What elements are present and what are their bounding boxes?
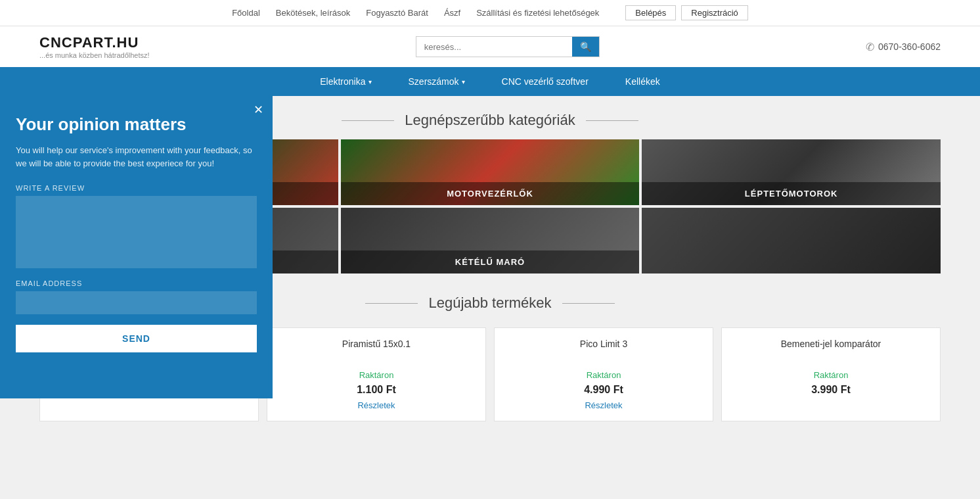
category-item-empty: [642, 208, 941, 273]
search-input[interactable]: [416, 37, 572, 57]
category-image: [642, 208, 941, 273]
category-item[interactable]: MOTORVEZÉRLŐK: [341, 139, 640, 205]
nav-aszf[interactable]: Ászf: [444, 8, 460, 18]
nav-bekotesek[interactable]: Bekötések, leírások: [276, 8, 350, 18]
chevron-down-icon: ▾: [462, 78, 465, 85]
register-button[interactable]: Regisztráció: [681, 5, 748, 20]
logo[interactable]: CNCPART.HU ...és munka közben hátradőlhe…: [39, 34, 150, 59]
top-navigation: Főoldal Bekötések, leírások Fogyasztó Ba…: [0, 0, 980, 26]
search-box: 🔍: [416, 36, 600, 57]
product-name: Bemeneti-jel komparátor: [732, 339, 929, 365]
phone-area: ✆ 0670-360-6062: [866, 41, 941, 53]
search-area: 🔍: [163, 36, 853, 57]
category-label: MOTORVEZÉRLŐK: [341, 182, 640, 205]
nav-szerszamok[interactable]: Szerszámok ▾: [390, 67, 483, 96]
product-card[interactable]: Piramistű 15x0.1 Raktáron 1.100 Ft Részl…: [267, 327, 486, 421]
category-label: LÉPTETŐMOTOROK: [642, 182, 941, 205]
main-navigation: Elektronika ▾ Szerszámok ▾ CNC vezérlő s…: [0, 67, 980, 96]
site-header: CNCPART.HU ...és munka közben hátradőlhe…: [0, 26, 980, 67]
nav-cnc[interactable]: CNC vezérlő szoftver: [483, 67, 607, 96]
login-button[interactable]: Belépés: [625, 5, 676, 20]
product-name: Pico Limit 3: [505, 339, 702, 365]
phone-number: 0670-360-6062: [878, 41, 941, 52]
nav-fooldal[interactable]: Főoldal: [232, 8, 260, 18]
email-input[interactable]: [16, 291, 257, 314]
logo-title: CNCPART.HU: [39, 34, 150, 51]
phone-icon: ✆: [866, 41, 874, 53]
product-price: 1.100 Ft: [278, 384, 475, 396]
product-card[interactable]: Bemeneti-jel komparátor Raktáron 3.990 F…: [721, 327, 941, 421]
product-price: 3.990 Ft: [732, 384, 929, 396]
review-label: WRITE A REVIEW: [16, 184, 257, 192]
category-label: KÉTÉLŰ MARÓ: [341, 250, 640, 273]
product-stock: Raktáron: [505, 370, 702, 380]
product-price: 4.990 Ft: [505, 384, 702, 396]
review-overlay-panel: ✕ Your opinion matters You will help our…: [0, 96, 273, 398]
product-name: Piramistű 15x0.1: [278, 339, 475, 365]
nav-kellekek[interactable]: Kellékek: [607, 67, 679, 96]
category-item[interactable]: LÉPTETŐMOTOROK: [642, 139, 941, 205]
nav-elektronika[interactable]: Elektronika ▾: [301, 67, 390, 96]
send-button[interactable]: SEND: [16, 325, 257, 352]
nav-szallitasi[interactable]: Szállítási és fizetési lehetőségek: [476, 8, 599, 18]
product-details-link[interactable]: Részletek: [357, 400, 395, 410]
overlay-title: Your opinion matters: [16, 114, 257, 135]
content-area: Legnépszerűbb kategóriák KÉSZÜLÉKEK MOTO…: [0, 96, 980, 490]
email-label: EMAIL ADDRESS: [16, 279, 257, 287]
nav-fogyaszto[interactable]: Fogyasztó Barát: [366, 8, 428, 18]
product-card[interactable]: Pico Limit 3 Raktáron 4.990 Ft Részletek: [494, 327, 713, 421]
category-item[interactable]: KÉTÉLŰ MARÓ: [341, 208, 640, 273]
logo-subtitle: ...és munka közben hátradőlhetsz!: [39, 51, 150, 59]
product-details-link[interactable]: Részletek: [585, 400, 622, 410]
search-button[interactable]: 🔍: [572, 37, 599, 57]
overlay-description: You will help our service's improvement …: [16, 144, 257, 170]
product-stock: Raktáron: [732, 370, 929, 380]
review-textarea[interactable]: [16, 196, 257, 268]
close-button[interactable]: ✕: [254, 104, 263, 116]
product-stock: Raktáron: [278, 370, 475, 380]
chevron-down-icon: ▾: [368, 78, 372, 85]
